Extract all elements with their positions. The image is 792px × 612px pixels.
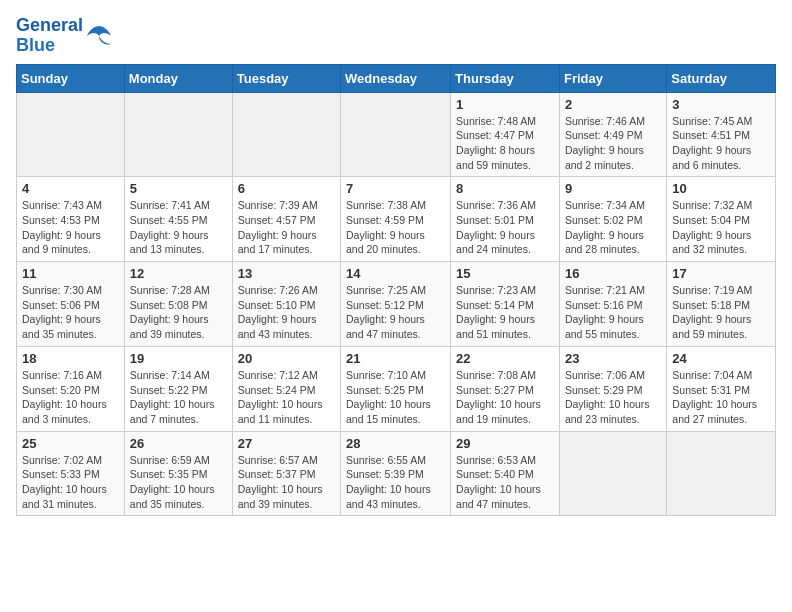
calendar-week-row: 18Sunrise: 7:16 AMSunset: 5:20 PMDayligh… xyxy=(17,346,776,431)
day-info: Sunrise: 7:30 AMSunset: 5:06 PMDaylight:… xyxy=(22,283,119,342)
logo-bird-icon xyxy=(85,22,113,50)
calendar-week-row: 11Sunrise: 7:30 AMSunset: 5:06 PMDayligh… xyxy=(17,262,776,347)
day-number: 23 xyxy=(565,351,661,366)
logo: General Blue xyxy=(16,16,113,56)
day-info: Sunrise: 7:21 AMSunset: 5:16 PMDaylight:… xyxy=(565,283,661,342)
day-number: 15 xyxy=(456,266,554,281)
day-info: Sunrise: 7:45 AMSunset: 4:51 PMDaylight:… xyxy=(672,114,770,173)
calendar-cell: 17Sunrise: 7:19 AMSunset: 5:18 PMDayligh… xyxy=(667,262,776,347)
calendar-cell xyxy=(341,92,451,177)
calendar-cell: 8Sunrise: 7:36 AMSunset: 5:01 PMDaylight… xyxy=(451,177,560,262)
day-number: 22 xyxy=(456,351,554,366)
calendar-cell xyxy=(667,431,776,516)
day-number: 24 xyxy=(672,351,770,366)
day-number: 19 xyxy=(130,351,227,366)
calendar-week-row: 1Sunrise: 7:48 AMSunset: 4:47 PMDaylight… xyxy=(17,92,776,177)
day-number: 12 xyxy=(130,266,227,281)
day-info: Sunrise: 6:57 AMSunset: 5:37 PMDaylight:… xyxy=(238,453,335,512)
day-info: Sunrise: 6:59 AMSunset: 5:35 PMDaylight:… xyxy=(130,453,227,512)
day-info: Sunrise: 7:43 AMSunset: 4:53 PMDaylight:… xyxy=(22,198,119,257)
logo-text: General Blue xyxy=(16,16,83,56)
day-of-week-header: Saturday xyxy=(667,64,776,92)
calendar-cell: 27Sunrise: 6:57 AMSunset: 5:37 PMDayligh… xyxy=(232,431,340,516)
day-info: Sunrise: 7:10 AMSunset: 5:25 PMDaylight:… xyxy=(346,368,445,427)
calendar-cell: 6Sunrise: 7:39 AMSunset: 4:57 PMDaylight… xyxy=(232,177,340,262)
day-number: 11 xyxy=(22,266,119,281)
calendar-cell: 18Sunrise: 7:16 AMSunset: 5:20 PMDayligh… xyxy=(17,346,125,431)
calendar-cell: 4Sunrise: 7:43 AMSunset: 4:53 PMDaylight… xyxy=(17,177,125,262)
calendar-cell: 28Sunrise: 6:55 AMSunset: 5:39 PMDayligh… xyxy=(341,431,451,516)
calendar-cell: 9Sunrise: 7:34 AMSunset: 5:02 PMDaylight… xyxy=(559,177,666,262)
day-info: Sunrise: 7:26 AMSunset: 5:10 PMDaylight:… xyxy=(238,283,335,342)
day-number: 13 xyxy=(238,266,335,281)
day-info: Sunrise: 7:08 AMSunset: 5:27 PMDaylight:… xyxy=(456,368,554,427)
calendar-cell: 20Sunrise: 7:12 AMSunset: 5:24 PMDayligh… xyxy=(232,346,340,431)
day-info: Sunrise: 7:34 AMSunset: 5:02 PMDaylight:… xyxy=(565,198,661,257)
day-info: Sunrise: 7:19 AMSunset: 5:18 PMDaylight:… xyxy=(672,283,770,342)
day-number: 2 xyxy=(565,97,661,112)
day-info: Sunrise: 7:36 AMSunset: 5:01 PMDaylight:… xyxy=(456,198,554,257)
calendar-cell: 7Sunrise: 7:38 AMSunset: 4:59 PMDaylight… xyxy=(341,177,451,262)
calendar-cell: 1Sunrise: 7:48 AMSunset: 4:47 PMDaylight… xyxy=(451,92,560,177)
day-number: 8 xyxy=(456,181,554,196)
calendar-cell: 22Sunrise: 7:08 AMSunset: 5:27 PMDayligh… xyxy=(451,346,560,431)
day-info: Sunrise: 7:28 AMSunset: 5:08 PMDaylight:… xyxy=(130,283,227,342)
calendar-cell xyxy=(124,92,232,177)
day-of-week-header: Sunday xyxy=(17,64,125,92)
day-info: Sunrise: 7:46 AMSunset: 4:49 PMDaylight:… xyxy=(565,114,661,173)
day-number: 4 xyxy=(22,181,119,196)
day-number: 3 xyxy=(672,97,770,112)
day-of-week-header: Thursday xyxy=(451,64,560,92)
calendar-cell: 3Sunrise: 7:45 AMSunset: 4:51 PMDaylight… xyxy=(667,92,776,177)
calendar-cell: 16Sunrise: 7:21 AMSunset: 5:16 PMDayligh… xyxy=(559,262,666,347)
day-number: 6 xyxy=(238,181,335,196)
calendar-cell: 24Sunrise: 7:04 AMSunset: 5:31 PMDayligh… xyxy=(667,346,776,431)
calendar-cell xyxy=(17,92,125,177)
day-info: Sunrise: 6:53 AMSunset: 5:40 PMDaylight:… xyxy=(456,453,554,512)
day-info: Sunrise: 7:16 AMSunset: 5:20 PMDaylight:… xyxy=(22,368,119,427)
day-info: Sunrise: 7:23 AMSunset: 5:14 PMDaylight:… xyxy=(456,283,554,342)
day-number: 29 xyxy=(456,436,554,451)
day-info: Sunrise: 7:14 AMSunset: 5:22 PMDaylight:… xyxy=(130,368,227,427)
calendar-cell: 13Sunrise: 7:26 AMSunset: 5:10 PMDayligh… xyxy=(232,262,340,347)
day-of-week-header: Tuesday xyxy=(232,64,340,92)
day-info: Sunrise: 6:55 AMSunset: 5:39 PMDaylight:… xyxy=(346,453,445,512)
calendar-cell: 21Sunrise: 7:10 AMSunset: 5:25 PMDayligh… xyxy=(341,346,451,431)
day-of-week-header: Friday xyxy=(559,64,666,92)
day-number: 18 xyxy=(22,351,119,366)
day-info: Sunrise: 7:48 AMSunset: 4:47 PMDaylight:… xyxy=(456,114,554,173)
day-info: Sunrise: 7:12 AMSunset: 5:24 PMDaylight:… xyxy=(238,368,335,427)
calendar-week-row: 4Sunrise: 7:43 AMSunset: 4:53 PMDaylight… xyxy=(17,177,776,262)
day-number: 17 xyxy=(672,266,770,281)
day-info: Sunrise: 7:25 AMSunset: 5:12 PMDaylight:… xyxy=(346,283,445,342)
calendar-cell: 29Sunrise: 6:53 AMSunset: 5:40 PMDayligh… xyxy=(451,431,560,516)
calendar-cell xyxy=(232,92,340,177)
calendar-cell: 12Sunrise: 7:28 AMSunset: 5:08 PMDayligh… xyxy=(124,262,232,347)
calendar-header-row: SundayMondayTuesdayWednesdayThursdayFrid… xyxy=(17,64,776,92)
day-number: 14 xyxy=(346,266,445,281)
day-number: 7 xyxy=(346,181,445,196)
day-of-week-header: Monday xyxy=(124,64,232,92)
day-info: Sunrise: 7:04 AMSunset: 5:31 PMDaylight:… xyxy=(672,368,770,427)
day-info: Sunrise: 7:06 AMSunset: 5:29 PMDaylight:… xyxy=(565,368,661,427)
day-number: 16 xyxy=(565,266,661,281)
calendar-cell: 15Sunrise: 7:23 AMSunset: 5:14 PMDayligh… xyxy=(451,262,560,347)
day-number: 10 xyxy=(672,181,770,196)
day-number: 5 xyxy=(130,181,227,196)
calendar-cell: 19Sunrise: 7:14 AMSunset: 5:22 PMDayligh… xyxy=(124,346,232,431)
day-info: Sunrise: 7:38 AMSunset: 4:59 PMDaylight:… xyxy=(346,198,445,257)
day-number: 25 xyxy=(22,436,119,451)
calendar-cell: 23Sunrise: 7:06 AMSunset: 5:29 PMDayligh… xyxy=(559,346,666,431)
calendar-week-row: 25Sunrise: 7:02 AMSunset: 5:33 PMDayligh… xyxy=(17,431,776,516)
page-header: General Blue xyxy=(16,16,776,56)
calendar-cell: 26Sunrise: 6:59 AMSunset: 5:35 PMDayligh… xyxy=(124,431,232,516)
day-number: 1 xyxy=(456,97,554,112)
day-number: 28 xyxy=(346,436,445,451)
calendar-cell: 10Sunrise: 7:32 AMSunset: 5:04 PMDayligh… xyxy=(667,177,776,262)
calendar-cell: 5Sunrise: 7:41 AMSunset: 4:55 PMDaylight… xyxy=(124,177,232,262)
day-info: Sunrise: 7:39 AMSunset: 4:57 PMDaylight:… xyxy=(238,198,335,257)
day-number: 27 xyxy=(238,436,335,451)
day-of-week-header: Wednesday xyxy=(341,64,451,92)
day-number: 21 xyxy=(346,351,445,366)
calendar-table: SundayMondayTuesdayWednesdayThursdayFrid… xyxy=(16,64,776,517)
